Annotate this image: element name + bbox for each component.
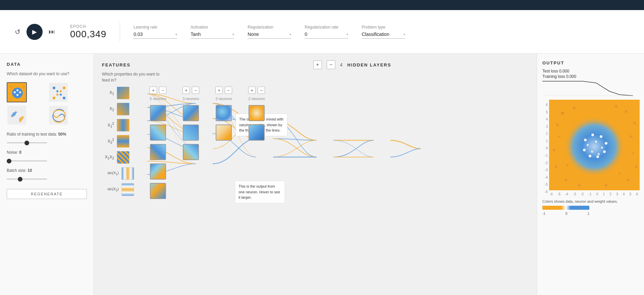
svg-point-53 (565, 179, 567, 182)
svg-point-15 (56, 90, 58, 92)
feature-x1sq-thumb[interactable] (117, 119, 129, 132)
remove-layer-button[interactable]: − (327, 60, 335, 69)
regenerate-button[interactable]: REGENERATE (7, 189, 87, 199)
feature-sinx1: sin(X1) (102, 167, 146, 180)
noise-slider[interactable] (7, 160, 47, 161)
batch-label: Batch size: 10 (7, 168, 87, 173)
neuron-1-2[interactable] (150, 125, 166, 141)
reset-button[interactable]: ↺ (13, 27, 22, 37)
neuron-2-1[interactable] (183, 105, 199, 121)
svg-point-16 (60, 94, 62, 96)
dataset-item-2[interactable] (48, 82, 68, 102)
play-icon: ▶ (32, 28, 37, 36)
svg-point-36 (603, 150, 606, 153)
hidden-layer-count: 4 (340, 62, 343, 67)
svg-point-45 (561, 112, 564, 114)
dataset-item-3[interactable] (7, 105, 27, 125)
neuron-tooltip: This is the output from one neuron. Hove… (235, 181, 285, 203)
layer-4-add-neuron[interactable]: + (248, 87, 256, 94)
svg-point-21 (11, 114, 14, 117)
problem-type-arrow: ▾ (404, 33, 405, 36)
svg-point-6 (10, 85, 12, 87)
layer-3: + − 2 neurons The outputs are mixed with… (215, 87, 232, 200)
feature-x1: X1 (102, 87, 146, 99)
regularization-label: Regularization (248, 25, 291, 30)
layer-1-count: 5 neurons (150, 97, 166, 101)
layer-3-add-neuron[interactable]: + (215, 87, 223, 94)
layer-4-remove-neuron[interactable]: − (258, 87, 265, 94)
step-button[interactable]: ⏭ (47, 27, 57, 37)
layer-3-remove-neuron[interactable]: − (225, 87, 232, 94)
center-panel: FEATURES + − 4 HIDDEN LAYERS Which prope… (94, 54, 537, 295)
svg-point-48 (625, 110, 628, 113)
layer-1-add-neuron[interactable]: + (150, 87, 157, 94)
layer-2-remove-neuron[interactable]: − (192, 87, 199, 94)
ratio-slider[interactable] (7, 142, 47, 143)
svg-point-12 (63, 97, 65, 99)
svg-point-3 (16, 89, 18, 91)
batch-slider[interactable] (7, 179, 47, 180)
svg-point-56 (615, 105, 618, 108)
regularization-arrow: ▾ (289, 33, 291, 36)
neuron-3-2[interactable] (216, 125, 232, 141)
layer-4-controls: + − (248, 87, 265, 94)
svg-point-43 (598, 153, 600, 155)
loss-chart (542, 80, 639, 96)
output-viz-container: 6 5 4 3 2 1 0 -1 -2 -3 -4 -5 -6 (542, 100, 639, 196)
neuron-4-1[interactable] (249, 105, 265, 121)
add-layer-button[interactable]: + (313, 60, 322, 69)
training-loss-label: Training loss (542, 74, 565, 79)
dataset-item-1[interactable] (7, 82, 27, 102)
neuron-2-2[interactable] (183, 125, 199, 141)
svg-point-46 (573, 107, 576, 109)
neuron-2-3[interactable] (183, 144, 199, 160)
layer-2-add-neuron[interactable]: + (182, 87, 190, 94)
svg-point-37 (596, 155, 599, 158)
regularization-select[interactable]: None ▾ (248, 32, 291, 39)
neuron-1-3[interactable] (150, 144, 166, 160)
output-title: OUTPUT (542, 60, 639, 65)
feature-sinx2-thumb[interactable] (121, 183, 134, 196)
problem-type-select[interactable]: Classification ▾ (362, 32, 405, 39)
neuron-1-4[interactable] (150, 163, 166, 180)
svg-point-42 (601, 147, 603, 149)
regularization-value: None (248, 32, 288, 37)
activation-select[interactable]: Tanh ▾ (191, 32, 234, 39)
svg-point-34 (600, 135, 602, 138)
test-loss-row: Test loss 0.000 (542, 69, 639, 73)
svg-point-54 (554, 165, 557, 168)
reg-rate-select[interactable]: 0 ▾ (305, 32, 348, 39)
feature-x1sq: X12 (102, 119, 146, 132)
svg-point-60 (619, 173, 621, 175)
feature-x1-thumb[interactable] (117, 87, 129, 99)
neuron-1-5[interactable] (150, 183, 166, 199)
divider-1 (120, 22, 120, 42)
dataset-item-4[interactable] (48, 105, 68, 125)
reg-rate-group: Regularization rate 0 ▾ (305, 25, 348, 39)
learning-rate-select[interactable]: 0.03 ▾ (133, 32, 177, 39)
layer-1-remove-neuron[interactable]: − (159, 87, 166, 94)
neuron-4-2[interactable] (249, 125, 265, 141)
feature-x1x2-label: X1X2 (102, 155, 114, 160)
feature-x2-thumb[interactable] (117, 103, 129, 115)
neuron-3-1[interactable] (216, 105, 232, 121)
layer-3-controls: + − (215, 87, 232, 94)
layer-3-count: 2 neurons (216, 97, 232, 101)
features-subtitle: Which properties do you want to feed in? (102, 71, 162, 83)
svg-point-25 (19, 120, 21, 122)
play-button[interactable]: ▶ (26, 24, 43, 40)
svg-point-18 (56, 94, 58, 96)
layer-2-controls: + − (182, 87, 199, 94)
svg-point-44 (591, 151, 593, 153)
svg-point-39 (583, 149, 586, 151)
feature-x1x2-thumb[interactable] (117, 151, 129, 164)
svg-point-57 (605, 184, 607, 187)
reg-rate-value: 0 (305, 32, 345, 37)
main-content: DATA Which dataset do you want to use? (0, 54, 644, 295)
left-panel: DATA Which dataset do you want to use? (0, 54, 94, 295)
svg-point-2 (14, 91, 16, 93)
test-loss-value: 0.000 (559, 69, 569, 73)
feature-sinx1-thumb[interactable] (121, 167, 134, 180)
feature-x2sq-thumb[interactable] (117, 135, 129, 148)
neuron-1-1[interactable] (150, 105, 166, 121)
